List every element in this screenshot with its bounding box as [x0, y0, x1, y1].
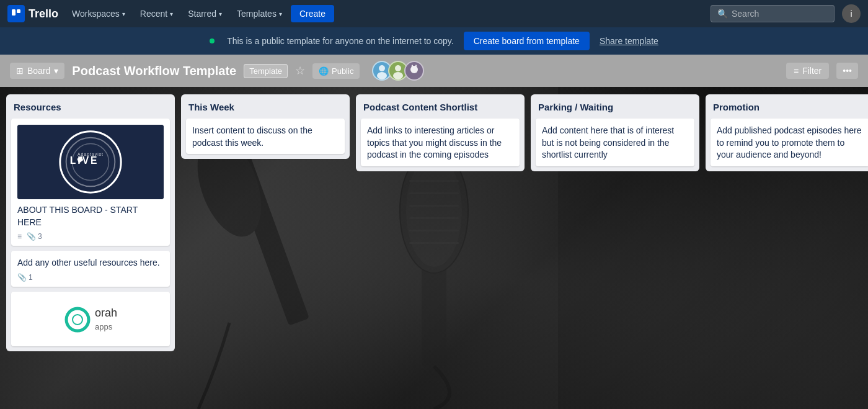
checklist-icon-meta: ≡ [17, 232, 22, 241]
card-cover-image: LIVE Adaptavist [17, 125, 164, 199]
list-title: Promotion [711, 99, 868, 114]
trello-logo: Trello [7, 5, 58, 22]
card-parking-content[interactable]: Add content here that is of interest but… [536, 119, 694, 166]
card-text: Add any other useful resources here. [17, 257, 164, 269]
card-promotion-content[interactable]: Add published podcast episodes here to r… [711, 119, 868, 166]
card-this-week-insert[interactable]: Insert content to discuss on the podcast… [186, 119, 345, 154]
attachment-icon: 📎 [27, 232, 36, 241]
svg-point-29 [66, 308, 89, 331]
search-placeholder: Search [732, 9, 759, 19]
card-text: Add content here that is of interest but… [542, 125, 688, 161]
svg-text:Adaptavist: Adaptavist [78, 152, 104, 157]
checklist-icon: ≡ [17, 232, 22, 241]
share-template-link[interactable]: Share template [600, 36, 658, 46]
card-podcast-links[interactable]: Add links to interesting articles or top… [361, 119, 520, 166]
card-meta: ≡ 📎 3 [17, 232, 164, 241]
visibility-button[interactable]: 🌐 Public [312, 63, 360, 79]
svg-point-3 [377, 72, 387, 79]
svg-rect-0 [12, 9, 16, 16]
svg-text:LIVE: LIVE [70, 155, 99, 166]
card-orah-apps[interactable]: orahapps [11, 292, 170, 346]
chevron-down-icon: ▾ [170, 11, 173, 17]
board-header: ⊞ Board ▾ Podcast Workflow Template Temp… [0, 55, 868, 87]
attachment-meta: 📎 1 [17, 273, 33, 282]
template-badge: Template [244, 64, 288, 78]
trello-wordmark: Trello [29, 7, 58, 20]
avatar[interactable] [404, 61, 424, 81]
create-button[interactable]: Create [291, 5, 334, 22]
starred-menu-button[interactable]: Starred ▾ [182, 5, 228, 22]
filter-icon: ≡ [794, 66, 799, 76]
templates-menu-button[interactable]: Templates ▾ [231, 5, 288, 22]
list-title: Resources [11, 99, 170, 114]
chevron-down-icon: ▾ [54, 66, 58, 76]
svg-rect-1 [17, 9, 20, 13]
trello-logo-icon [7, 5, 25, 22]
card-text: Add links to interesting articles or top… [367, 125, 513, 161]
svg-point-6 [410, 66, 418, 73]
chevron-down-icon: ▾ [219, 11, 222, 17]
orah-brand-text: orahapps [95, 307, 117, 333]
list-title: This Week [186, 99, 345, 114]
board-content: Resources LIVE Adapt [0, 87, 868, 409]
card-text: ABOUT THIS BOARD - START HERE [17, 204, 164, 228]
svg-point-30 [73, 315, 82, 325]
svg-point-4 [395, 65, 401, 71]
notification-button[interactable]: i [842, 4, 861, 23]
svg-marker-7 [411, 65, 414, 66]
card-other-resources[interactable]: Add any other useful resources here. 📎 1 [11, 251, 170, 287]
workspaces-menu-button[interactable]: Workspaces ▾ [66, 5, 131, 22]
attachment-icon: 📎 [17, 273, 27, 282]
search-icon: 🔍 [717, 9, 728, 19]
svg-marker-8 [415, 65, 417, 66]
announcement-text: This is a public template for anyone on … [227, 36, 454, 46]
more-options-button[interactable]: ••• [836, 63, 858, 79]
avatars-group [372, 61, 424, 81]
svg-point-5 [393, 72, 403, 79]
star-button[interactable]: ☆ [295, 64, 305, 78]
orah-logo: orahapps [64, 306, 117, 333]
board-view-button[interactable]: ⊞ Board ▾ [10, 63, 64, 79]
list-podcast-content-shortlist: Podcast Content Shortlist Add links to i… [356, 94, 525, 171]
card-text: Insert content to discuss on the podcast… [192, 125, 339, 149]
card-meta: 📎 1 [17, 273, 164, 282]
svg-point-2 [379, 65, 385, 71]
card-about-board[interactable]: LIVE Adaptavist ABOUT THIS BOARD - START… [11, 119, 170, 246]
info-icon: i [850, 9, 852, 19]
attachment-meta: 📎 3 [27, 232, 42, 241]
board-title: Podcast Workflow Template [72, 64, 236, 78]
top-nav: Trello Workspaces ▾ Recent ▾ Starred ▾ T… [0, 0, 868, 27]
recent-menu-button[interactable]: Recent ▾ [134, 5, 179, 22]
list-parking-waiting: Parking / Waiting Add content here that … [531, 94, 699, 171]
globe-icon: 🌐 [319, 66, 329, 76]
lists-container: Resources LIVE Adapt [0, 87, 868, 409]
filter-button[interactable]: ≡ Filter [786, 63, 829, 79]
chevron-down-icon: ▾ [122, 11, 125, 17]
list-promotion: Promotion Add published podcast episodes… [706, 94, 868, 171]
create-board-from-template-button[interactable]: Create board from template [464, 32, 590, 50]
board-icon: ⊞ [16, 66, 24, 76]
green-dot-icon [210, 38, 215, 43]
list-this-week: This Week Insert content to discuss on t… [181, 94, 350, 159]
orah-logo-card: orahapps [17, 298, 164, 341]
list-resources: Resources LIVE Adapt [6, 94, 175, 351]
announcement-bar: This is a public template for anyone on … [0, 27, 868, 55]
search-bar[interactable]: 🔍 Search [711, 5, 835, 22]
chevron-down-icon: ▾ [279, 11, 282, 17]
list-title: Parking / Waiting [536, 99, 694, 114]
card-text: Add published podcast episodes here to r… [717, 125, 863, 161]
list-title: Podcast Content Shortlist [361, 99, 520, 114]
